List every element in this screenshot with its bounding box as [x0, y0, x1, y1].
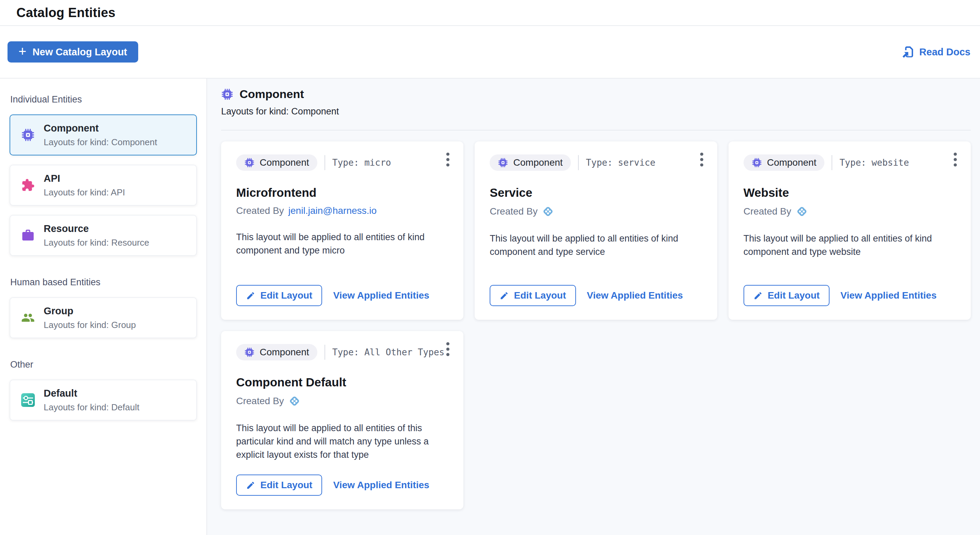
- read-docs-link[interactable]: Read Docs: [902, 45, 970, 58]
- sidebar-item-subtitle: Layouts for kind: Resource: [44, 238, 149, 248]
- card-description: This layout will be applied to all entit…: [743, 232, 956, 259]
- layout-card-service: Component Type: service Service Created …: [475, 141, 717, 320]
- sidebar-section-label-other: Other: [10, 359, 197, 370]
- harness-account-icon: [796, 205, 808, 218]
- title-bar: Catalog Entities: [0, 0, 980, 26]
- document-arrow-icon: [902, 45, 915, 58]
- edit-layout-button[interactable]: Edit Layout: [743, 285, 829, 306]
- card-description: This layout will be applied to all entit…: [236, 422, 449, 462]
- read-docs-label: Read Docs: [919, 46, 970, 58]
- sidebar-item-group[interactable]: Group Layouts for kind: Group: [10, 297, 197, 338]
- component-kind-badge: Component: [743, 155, 825, 171]
- badge-label: Component: [260, 347, 309, 358]
- created-by-label: Created By: [236, 396, 284, 407]
- card-title: Component Default: [236, 375, 449, 389]
- vertical-divider: [832, 155, 832, 170]
- created-by-label: Created By: [236, 205, 284, 216]
- edit-layout-label: Edit Layout: [768, 290, 819, 301]
- view-applied-entities-link[interactable]: View Applied Entities: [333, 480, 429, 490]
- component-kind-badge: Component: [236, 155, 317, 171]
- sidebar-item-subtitle: Layouts for kind: Component: [44, 137, 157, 148]
- new-catalog-layout-label: New Catalog Layout: [32, 46, 127, 58]
- layout-cards-grid: Component Type: micro Microfrontend Crea…: [221, 141, 971, 509]
- edit-layout-button[interactable]: Edit Layout: [236, 474, 322, 496]
- sidebar-item-subtitle: Layouts for kind: API: [44, 187, 125, 198]
- badge-label: Component: [260, 157, 309, 168]
- view-applied-entities-link[interactable]: View Applied Entities: [587, 290, 683, 301]
- created-by-label: Created By: [743, 206, 791, 217]
- component-chip-icon: [221, 88, 234, 101]
- view-applied-entities-link[interactable]: View Applied Entities: [333, 290, 429, 301]
- sidebar-section-label-human-based-entities: Human based Entities: [10, 277, 197, 287]
- pencil-icon: [246, 481, 255, 490]
- component-kind-badge: Component: [236, 344, 317, 361]
- card-title: Service: [490, 186, 702, 200]
- edit-layout-label: Edit Layout: [260, 290, 312, 301]
- sidebar-item-resource[interactable]: Resource Layouts for kind: Resource: [10, 215, 197, 256]
- pencil-icon: [246, 291, 255, 300]
- kebab-menu-icon[interactable]: [697, 150, 707, 169]
- vertical-divider: [325, 345, 325, 360]
- type-text: Type: service: [586, 158, 655, 168]
- edit-layout-button[interactable]: Edit Layout: [490, 285, 576, 306]
- badge-label: Component: [767, 157, 816, 168]
- plus-icon: +: [18, 45, 26, 58]
- created-by-label: Created By: [490, 206, 538, 217]
- catalog-entities-page: Catalog Entities + New Catalog Layout Re…: [0, 0, 980, 535]
- kebab-menu-icon[interactable]: [442, 150, 453, 169]
- layout-card-website: Component Type: website Website Created …: [729, 141, 971, 320]
- briefcase-icon: [21, 228, 35, 242]
- component-chip-icon: [498, 158, 508, 168]
- sidebar-item-subtitle: Layouts for kind: Group: [44, 320, 136, 331]
- group-icon: [21, 311, 35, 324]
- edit-layout-button[interactable]: Edit Layout: [236, 285, 322, 306]
- content-area: Individual Entities Component Layouts fo…: [0, 78, 980, 535]
- card-description: This layout will be applied to all entit…: [236, 231, 449, 257]
- component-chip-icon: [244, 347, 255, 357]
- type-text: Type: micro: [332, 158, 391, 168]
- main-panel: Component Layouts for kind: Component Co…: [207, 78, 980, 535]
- view-applied-entities-link[interactable]: View Applied Entities: [840, 290, 937, 301]
- sidebar-item-default[interactable]: Default Layouts for kind: Default: [10, 380, 197, 420]
- divider: [221, 130, 971, 131]
- kebab-menu-icon[interactable]: [442, 339, 453, 359]
- toolbar: + New Catalog Layout Read Docs: [0, 26, 980, 78]
- page-title: Catalog Entities: [16, 5, 115, 20]
- pencil-icon: [753, 291, 763, 300]
- card-title: Microfrontend: [236, 186, 449, 200]
- card-title: Website: [743, 186, 956, 200]
- sidebar: Individual Entities Component Layouts fo…: [0, 78, 207, 535]
- edit-layout-label: Edit Layout: [260, 480, 312, 490]
- edit-layout-label: Edit Layout: [514, 290, 566, 301]
- kebab-menu-icon[interactable]: [950, 150, 961, 169]
- sidebar-section-label-individual-entities: Individual Entities: [10, 94, 197, 105]
- sidebar-item-subtitle: Layouts for kind: Default: [44, 402, 139, 413]
- pencil-icon: [500, 291, 509, 300]
- main-subheading: Layouts for kind: Component: [221, 106, 971, 117]
- sidebar-item-title: Resource: [44, 223, 149, 234]
- badge-label: Component: [513, 157, 563, 168]
- card-description: This layout will be applied to all entit…: [490, 232, 702, 259]
- sidebar-item-api[interactable]: API Layouts for kind: API: [10, 164, 197, 206]
- sidebar-item-component[interactable]: Component Layouts for kind: Component: [10, 115, 197, 155]
- layout-card-microfrontend: Component Type: micro Microfrontend Crea…: [221, 141, 463, 320]
- sidebar-item-title: Component: [44, 123, 157, 134]
- layout-card-component-default: Component Type: All Other Types Componen…: [221, 331, 463, 509]
- type-text: Type: website: [839, 158, 909, 168]
- vertical-divider: [325, 155, 325, 170]
- type-text: Type: All Other Types: [332, 347, 445, 357]
- sidebar-item-title: Group: [44, 305, 136, 317]
- harness-account-icon: [288, 395, 301, 407]
- harness-account-icon: [542, 205, 554, 218]
- component-chip-icon: [21, 128, 35, 142]
- component-chip-icon: [244, 158, 255, 168]
- main-heading: Component: [240, 88, 304, 101]
- sidebar-item-title: API: [44, 173, 125, 184]
- puzzle-icon: [21, 178, 35, 192]
- vertical-divider: [578, 155, 579, 170]
- component-kind-badge: Component: [490, 155, 571, 171]
- created-by-link[interactable]: jenil.jain@harness.io: [288, 205, 377, 216]
- new-catalog-layout-button[interactable]: + New Catalog Layout: [8, 42, 138, 62]
- component-chip-icon: [752, 158, 762, 168]
- sidebar-item-title: Default: [44, 388, 139, 399]
